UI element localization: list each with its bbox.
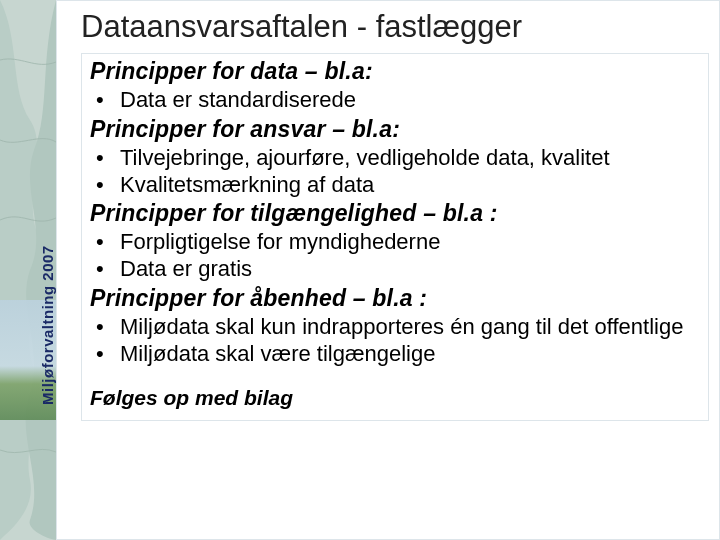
content-area: Dataansvarsaftalen - fastlægger Principp… (56, 0, 720, 540)
section-heading: Principper for ansvar – bl.a: (90, 116, 700, 143)
bullet-item: Forpligtigelse for myndighederne (96, 229, 700, 256)
bullet-list: Miljødata skal kun indrapporteres én gan… (90, 314, 700, 368)
sidebar: Miljøforvaltning 2007 (0, 0, 56, 540)
bullet-item: Kvalitetsmærkning af data (96, 172, 700, 199)
bullet-list: Forpligtigelse for myndighederne Data er… (90, 229, 700, 283)
followup-note: Følges op med bilag (90, 386, 700, 410)
bullet-list: Data er standardiserede (90, 87, 700, 114)
bullet-item: Miljødata skal være tilgængelige (96, 341, 700, 368)
bullet-list: Tilvejebringe, ajourføre, vedligeholde d… (90, 145, 700, 199)
slide: Miljøforvaltning 2007 Dataansvarsaftalen… (0, 0, 720, 540)
svg-rect-1 (0, 300, 56, 420)
slide-title: Dataansvarsaftalen - fastlægger (81, 9, 709, 45)
bullet-item: Data er gratis (96, 256, 700, 283)
slide-body: Principper for data – bl.a: Data er stan… (81, 53, 709, 421)
section-heading: Principper for tilgængelighed – bl.a : (90, 200, 700, 227)
bullet-item: Miljødata skal kun indrapporteres én gan… (96, 314, 700, 341)
sidebar-map-art (0, 0, 56, 540)
bullet-item: Data er standardiserede (96, 87, 700, 114)
bullet-item: Tilvejebringe, ajourføre, vedligeholde d… (96, 145, 700, 172)
section-heading: Principper for åbenhed – bl.a : (90, 285, 700, 312)
section-heading: Principper for data – bl.a: (90, 58, 700, 85)
